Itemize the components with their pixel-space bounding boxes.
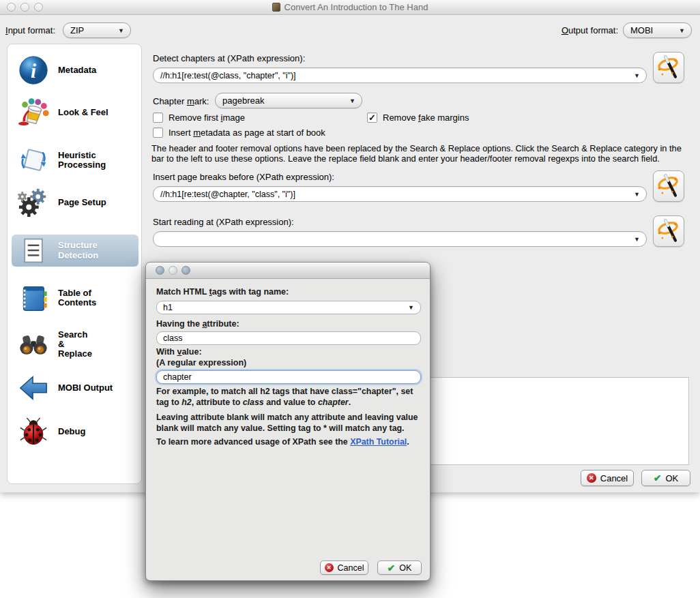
output-format-select[interactable]: MOBI ▼ (623, 23, 692, 38)
tag-name-label: Match HTML tags with tag name: (156, 287, 289, 297)
remove-first-image-checkbox[interactable] (153, 113, 163, 123)
remove-first-image-label: Remove first image (169, 113, 245, 123)
chevron-down-icon: ▼ (679, 27, 685, 34)
value-input[interactable]: chapter (156, 370, 421, 384)
cancel-x-icon: ✕ (325, 563, 334, 572)
sidebar-item-metadata[interactable]: i Metadata (12, 54, 138, 87)
sidebar-item-table-of-contents[interactable]: Table of Contents (12, 282, 138, 314)
example-text: For example, to match all h2 tags that h… (156, 387, 426, 408)
book-icon (272, 3, 280, 12)
remove-fake-margins-checkbox[interactable]: ✓ (367, 113, 377, 123)
tag-name-combo[interactable]: h1 ▼ (156, 301, 421, 314)
magic-wand-icon (655, 218, 682, 245)
sidebar-item-debug[interactable]: Debug (12, 415, 138, 448)
chevron-down-icon: ▼ (118, 27, 124, 34)
window-title: Convert An Introduction to The Hand (0, 2, 700, 12)
minimize-button[interactable] (169, 266, 177, 275)
metadata-info-icon: i (17, 54, 50, 87)
ok-button[interactable]: ✔ OK (641, 470, 690, 486)
magic-wand-icon (655, 173, 682, 200)
sidebar-item-heuristic-processing[interactable]: Heuristic Processing (12, 144, 138, 177)
page-setup-gears-icon (17, 186, 50, 219)
remove-fake-margins-label: Remove fake margins (383, 113, 469, 123)
screen: Convert An Introduction to The Hand Inpu… (0, 0, 700, 598)
chevron-down-icon: ▼ (634, 191, 640, 198)
close-button[interactable] (156, 266, 164, 275)
xpath-wizard-button[interactable] (653, 215, 684, 247)
table-of-contents-icon (17, 282, 50, 314)
heuristic-processing-icon (17, 144, 50, 177)
input-format-label: Input format: (5, 25, 55, 35)
category-sidebar: i Metadata (7, 44, 142, 484)
regex-hint-label: (A regular expression) (156, 358, 246, 368)
page-breaks-combo[interactable]: //h:h1[re:test(@chapter, "class", "i")] … (153, 186, 647, 202)
ok-check-icon: ✔ (654, 473, 662, 483)
cancel-x-icon: ✕ (587, 473, 596, 483)
learn-more-text: To learn more advanced usage of XPath se… (156, 437, 426, 448)
dialog-ok-button[interactable]: ✔ OK (377, 560, 422, 575)
debug-ladybug-icon (17, 415, 50, 448)
dialog-cancel-button[interactable]: ✕ Cancel (320, 560, 368, 575)
search-replace-binoculars-icon (17, 328, 50, 361)
chevron-down-icon: ▼ (408, 304, 414, 311)
page-breaks-label: Insert page breaks before (XPath express… (153, 172, 334, 182)
insert-metadata-checkbox[interactable] (153, 128, 163, 138)
xpath-wizard-dialog: Match HTML tags with tag name: h1 ▼ Havi… (145, 262, 431, 581)
cancel-button[interactable]: ✕ Cancel (581, 470, 634, 486)
mobi-output-arrow-icon (17, 372, 50, 404)
with-value-label: With value: (156, 347, 202, 357)
ok-check-icon: ✔ (388, 563, 396, 573)
chevron-down-icon: ▼ (349, 98, 355, 104)
sidebar-item-page-setup[interactable]: Page Setup (12, 186, 138, 219)
xpath-wizard-button[interactable] (653, 52, 684, 83)
insert-metadata-label: Insert metadata as page at start of book (169, 128, 325, 138)
zoom-button[interactable] (181, 266, 190, 275)
attribute-input[interactable]: class (156, 331, 421, 345)
detect-chapters-label: Detect chapters at (XPath expression): (153, 53, 305, 63)
sidebar-item-structure-detection[interactable]: Structure Detection (12, 235, 138, 267)
start-reading-combo[interactable]: ▼ (153, 231, 647, 247)
chapter-mark-select[interactable]: pagebreak ▼ (215, 93, 362, 108)
chevron-down-icon: ▼ (634, 236, 640, 243)
titlebar: Convert An Introduction to The Hand (0, 0, 700, 15)
xpath-tutorial-link[interactable]: XPath Tutorial (350, 437, 407, 447)
xpath-wizard-button[interactable] (653, 170, 684, 202)
svg-text:i: i (31, 60, 36, 82)
sidebar-item-look-and-feel[interactable]: Look & Feel (12, 96, 138, 129)
detect-chapters-combo[interactable]: //h:h1[re:test(@class, "chapter", "i")] … (153, 68, 647, 83)
input-format-select[interactable]: ZIP ▼ (63, 23, 131, 38)
chevron-down-icon: ▼ (634, 72, 640, 79)
sidebar-item-mobi-output[interactable]: MOBI Output (12, 372, 138, 404)
blank-attribute-text: Leaving attribute blank will match any a… (156, 413, 426, 434)
start-reading-label: Start reading at (XPath expression): (153, 217, 294, 227)
header-footer-info-text: The header and footer removal options ha… (151, 143, 693, 164)
structure-detection-icon (17, 235, 50, 267)
output-format-label: Output format: (562, 25, 618, 35)
chapter-mark-label: Chapter mark: (153, 96, 209, 106)
look-feel-paint-icon (17, 96, 50, 129)
sidebar-item-search-replace[interactable]: Search & Replace (12, 325, 138, 363)
magic-wand-icon (655, 54, 682, 81)
attribute-label: Having the attribute: (156, 319, 239, 329)
dialog-titlebar (146, 263, 430, 279)
